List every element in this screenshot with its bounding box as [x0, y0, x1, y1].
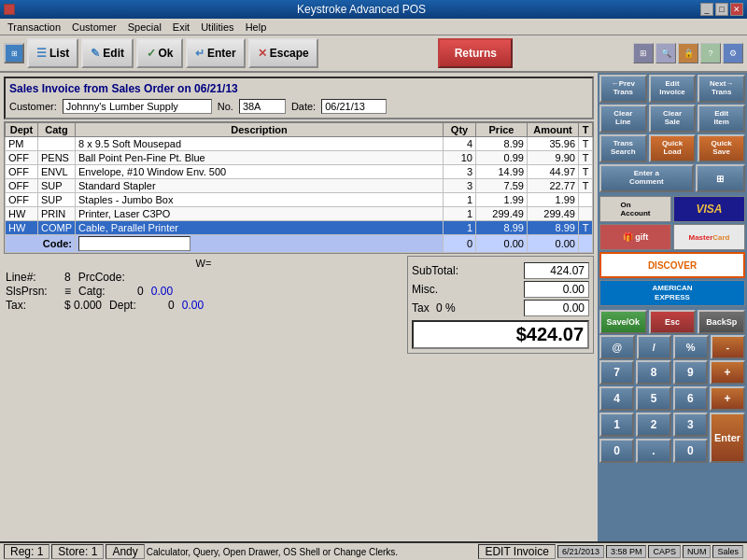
backsp-button[interactable]: BackSp — [698, 310, 745, 334]
icon-btn-5[interactable]: ⚙ — [723, 43, 743, 63]
table-row[interactable]: OFF SUP Staples - Jumbo Box 1 1.99 1.99 — [6, 193, 593, 207]
num9-button[interactable]: 9 — [673, 360, 708, 385]
discover-button[interactable]: DISCOVER — [599, 252, 745, 278]
totals-box: SubTotal: 424.07 Misc. 0.00 Tax 0 % 0.00… — [407, 256, 594, 354]
dot-button[interactable]: . — [636, 439, 670, 463]
code-input[interactable] — [78, 236, 190, 251]
toolbar-icon-area[interactable]: ⊞ — [4, 43, 24, 63]
menu-exit[interactable]: Exit — [167, 21, 195, 34]
enter-calc-button[interactable]: Enter — [710, 413, 745, 463]
num6-button[interactable]: 6 — [673, 386, 708, 411]
ok-icon: ✓ — [147, 47, 156, 60]
gift-button[interactable]: 🎁 gift — [599, 224, 671, 250]
num0-button[interactable]: 0 — [599, 439, 634, 463]
percent-button[interactable]: % — [673, 335, 709, 359]
num2-button[interactable]: 2 — [636, 413, 670, 437]
menu-help[interactable]: Help — [240, 21, 273, 34]
col-header-catg: Catg — [38, 123, 76, 137]
misc-value: 0.00 — [524, 281, 589, 298]
num7-button[interactable]: 7 — [599, 360, 634, 385]
plus2-button[interactable]: + — [710, 386, 745, 411]
num3-button[interactable]: 3 — [673, 413, 708, 437]
sales-indicator: Sales — [712, 545, 743, 558]
mastercard-button[interactable]: MasterCard — [673, 224, 745, 250]
statusbar: Reg: 1 Store: 1 Andy Calculator, Query, … — [0, 541, 747, 560]
table-row[interactable]: PM 8 x 9.5 Soft Mousepad 4 8.99 35.96 T — [6, 137, 593, 151]
menu-customer[interactable]: Customer — [66, 21, 122, 34]
num-indicator: NUM — [683, 545, 712, 558]
minimize-button[interactable]: _ — [700, 3, 713, 16]
on-account-button[interactable]: OnAccount — [599, 196, 671, 222]
date-input[interactable] — [321, 99, 387, 114]
plus-button[interactable]: + — [710, 360, 745, 385]
esc-button[interactable]: Esc — [649, 310, 697, 334]
tax-value: 0.00 — [524, 300, 589, 316]
subtotal-label: SubTotal: — [412, 264, 458, 277]
right-panel: ←PrevTrans EditInvoice Next→Trans ClearL… — [598, 73, 747, 541]
table-row[interactable]: HW PRIN Printer, Laser C3PO 1 299.49 299… — [6, 207, 593, 221]
returns-button[interactable]: Returns — [438, 38, 513, 68]
num00-button[interactable]: 0 — [673, 439, 708, 463]
edit-button[interactable]: ✎ Edit — [81, 38, 134, 68]
icon-btn-3[interactable]: 🔒 — [678, 43, 698, 63]
comment-row: Enter aComment ⊞ — [599, 164, 745, 192]
store-status: Store: 1 — [51, 544, 104, 559]
slash-button[interactable]: / — [637, 335, 672, 359]
icon-btn-4[interactable]: ? — [700, 43, 721, 63]
subtotal-value: 424.07 — [524, 262, 589, 279]
caps-indicator: CAPS — [648, 545, 681, 558]
quick-load-button[interactable]: QuickLoad — [649, 134, 697, 162]
close-button[interactable]: ✕ — [730, 3, 743, 16]
escape-button[interactable]: ✕ Escape — [248, 38, 318, 68]
extra-btn1[interactable]: ⊞ — [696, 164, 745, 192]
list-button[interactable]: ☰ List — [27, 38, 78, 68]
edit-invoice-button[interactable]: EditInvoice — [649, 75, 697, 103]
quick-save-button[interactable]: QuickSave — [698, 134, 745, 162]
col-header-dept: Dept — [6, 123, 38, 137]
table-row[interactable]: HW COMP Cable, Parallel Printer 1 8.99 8… — [6, 221, 593, 235]
maximize-button[interactable]: □ — [715, 3, 728, 16]
date-label: Date: — [291, 101, 316, 112]
grand-total: $424.07 — [412, 320, 589, 349]
catg-footer-value: 0 — [137, 285, 144, 298]
search-row: TransSearch QuickLoad QuickSave — [599, 134, 745, 162]
code-row: Code: 0 0.00 0.00 — [6, 235, 593, 253]
trans-search-button[interactable]: TransSearch — [599, 134, 647, 162]
num4-button[interactable]: 4 — [599, 386, 634, 411]
tax-footer-label: Tax: — [6, 299, 57, 312]
num1-button[interactable]: 1 — [599, 413, 634, 437]
menu-utilities[interactable]: Utilities — [195, 21, 239, 34]
num8-button[interactable]: 8 — [636, 360, 670, 385]
table-row[interactable]: OFF PENS Ball Point Pen-Fine Pt. Blue 10… — [6, 151, 593, 165]
clear-line-button[interactable]: ClearLine — [599, 105, 647, 133]
w-label: W= — [6, 258, 402, 269]
toolbar: ⊞ ☰ List ✎ Edit ✓ Ok ↵ Enter ✕ Escape Re… — [0, 35, 747, 73]
ok-button[interactable]: ✓ Ok — [136, 38, 183, 68]
minus-button[interactable]: - — [711, 335, 746, 359]
invoice-header: Sales Invoice from Sales Order on 06/21/… — [4, 77, 594, 119]
edit-icon: ✎ — [91, 47, 100, 60]
menu-special[interactable]: Special — [122, 21, 167, 34]
icon-btn-1[interactable]: ⊞ — [633, 43, 654, 63]
no-input[interactable] — [239, 99, 286, 114]
saveok-button[interactable]: Save/Ok — [599, 310, 647, 334]
status-date: 6/21/2013 — [557, 545, 604, 558]
table-row[interactable]: OFF SUP Standard Stapler 3 7.59 22.77 T — [6, 179, 593, 193]
at-button[interactable]: @ — [599, 335, 635, 359]
enter-button[interactable]: ↵ Enter — [186, 38, 246, 68]
clear-sale-button[interactable]: ClearSale — [649, 105, 697, 133]
dept-label: Dept: — [109, 299, 161, 312]
table-row[interactable]: OFF ENVL Envelope, #10 Window Env. 500 3… — [6, 165, 593, 179]
num5-button[interactable]: 5 — [636, 386, 670, 411]
customer-input[interactable] — [63, 99, 212, 114]
icon-btn-2[interactable]: 🔍 — [655, 43, 676, 63]
enter-icon: ↵ — [195, 47, 204, 60]
visa-button[interactable]: VISA — [673, 196, 745, 222]
edit-item-button[interactable]: EditItem — [698, 105, 745, 133]
menu-transaction[interactable]: Transaction — [2, 21, 66, 34]
prev-trans-button[interactable]: ←PrevTrans — [599, 75, 647, 103]
next-trans-button[interactable]: Next→Trans — [698, 75, 745, 103]
col-header-t: T — [579, 123, 593, 137]
enter-comment-button[interactable]: Enter aComment — [599, 164, 694, 192]
amex-button[interactable]: AMERICANEXPRESS — [599, 280, 745, 306]
